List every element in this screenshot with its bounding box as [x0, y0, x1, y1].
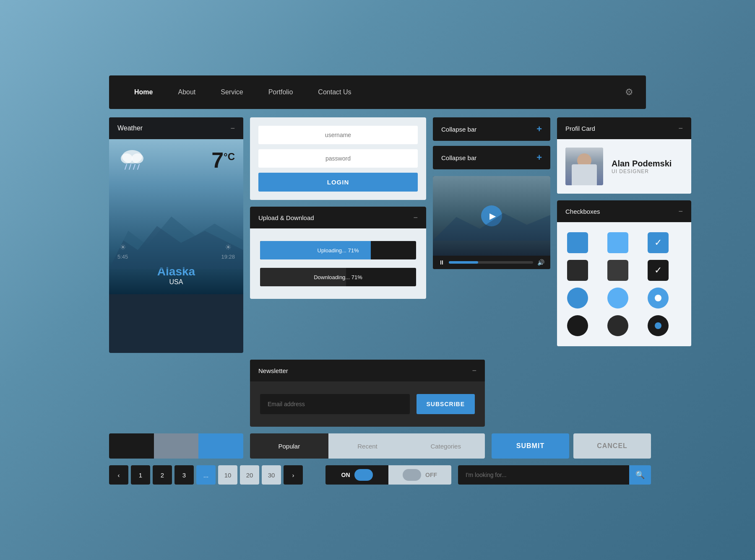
radio-dark-selected[interactable] [648, 315, 669, 336]
download-progress-bar: Downloading... 71% [260, 268, 416, 286]
weather-panel: Weather − [109, 117, 243, 353]
avatar [565, 148, 603, 185]
pagination-page-2[interactable]: 2 [153, 465, 172, 485]
checkboxes-panel: Checkboxes − ✓ ✓ [557, 200, 691, 346]
navbar: Home About Service Portfolio Contact Us … [109, 75, 646, 109]
checkbox-blue-checked[interactable]: ✓ [648, 232, 669, 253]
collapse-bar-1-label: Collapse bar [441, 126, 476, 133]
upload-progress-container: Uploading... 71% [260, 241, 416, 259]
toggle-on-label: ON [341, 472, 350, 478]
video-background: ▶ [433, 176, 550, 256]
pagination-page-3[interactable]: 3 [174, 465, 194, 485]
weather-title: Weather [117, 124, 143, 132]
collapse-bar-1-icon: + [536, 124, 542, 135]
subscribe-button[interactable]: SUBSCRIBE [417, 394, 475, 414]
swatch-gray [154, 433, 199, 459]
radio-blue-empty[interactable] [567, 288, 588, 309]
weather-background: 7°C ☀ 5:45 ☀ 19: [109, 139, 243, 294]
video-pause-icon[interactable]: ⏸ [439, 259, 445, 266]
profil-minus[interactable]: − [678, 124, 683, 133]
toggle-panel: ON OFF [325, 465, 451, 485]
bottom-row-1: Popular Recent Categories SUBMIT CANCEL [109, 433, 646, 459]
checkboxes-minus[interactable]: − [678, 207, 683, 216]
svg-line-5 [129, 164, 131, 169]
volume-icon[interactable]: 🔊 [537, 259, 544, 266]
weather-mountains [109, 212, 243, 269]
checkbox-blue-light[interactable] [607, 232, 628, 253]
tabs-panel: Popular Recent Categories [250, 433, 485, 459]
swatch-blue [198, 433, 243, 459]
nav-about[interactable]: About [165, 75, 208, 109]
avatar-body [572, 164, 597, 185]
cancel-button[interactable]: CANCEL [573, 433, 651, 459]
toggle-thumb-off [403, 469, 421, 481]
password-field[interactable] [258, 149, 418, 168]
pagination-page-10[interactable]: 10 [218, 465, 237, 485]
download-progress-container: Downloading... 71% [260, 268, 416, 286]
checkbox-dark-checked[interactable]: ✓ [648, 260, 669, 281]
action-buttons: SUBMIT CANCEL [492, 433, 651, 459]
checkbox-dark-unchecked[interactable] [567, 260, 588, 281]
pagination-prev[interactable]: ‹ [109, 465, 128, 485]
download-label: Downloading... 71% [314, 274, 362, 280]
color-swatch [109, 433, 243, 459]
svg-line-7 [138, 164, 139, 169]
pagination-next[interactable]: › [284, 465, 303, 485]
video-controls: ⏸ 🔊 [433, 256, 550, 269]
search-button[interactable]: 🔍 [629, 465, 651, 485]
col1: LOGIN Upload & Download − Uploading... 7… [250, 117, 426, 346]
weather-top: 7°C [117, 148, 235, 177]
profil-content: Alan Podemski UI DESIGNER [557, 139, 691, 194]
profil-header: Profil Card − [557, 117, 691, 139]
tab-categories[interactable]: Categories [406, 433, 485, 459]
login-button[interactable]: LOGIN [258, 173, 418, 192]
svg-point-2 [121, 153, 133, 163]
collapse-section: Collapse bar + Collapse bar + [433, 117, 550, 169]
username-field[interactable] [258, 126, 418, 144]
newsletter-title: Newsletter [258, 367, 288, 374]
upload-panel: Upload & Download − Uploading... 71% Dow… [250, 207, 426, 299]
collapse-bar-1[interactable]: Collapse bar + [433, 117, 550, 141]
pagination-page-30[interactable]: 30 [262, 465, 281, 485]
checkbox-blue-unchecked[interactable] [567, 232, 588, 253]
collapse-bar-2[interactable]: Collapse bar + [433, 146, 550, 169]
pagination-page-dots[interactable]: ... [196, 465, 216, 485]
nav-home[interactable]: Home [122, 75, 165, 109]
collapse-bar-2-label: Collapse bar [441, 154, 476, 161]
newsletter-content: SUBSCRIBE [250, 381, 485, 427]
upload-header: Upload & Download − [250, 207, 426, 228]
radio-blue-selected[interactable] [648, 288, 669, 309]
nav-portfolio[interactable]: Portfolio [256, 75, 306, 109]
upload-minus[interactable]: − [413, 213, 418, 222]
checkboxes-title: Checkboxes [565, 208, 600, 215]
profil-role: UI DESIGNER [612, 169, 672, 174]
radio-dark-empty[interactable] [567, 315, 588, 336]
toggle-on[interactable]: ON [325, 465, 388, 485]
checkboxes-content: ✓ ✓ [557, 222, 691, 346]
checkbox-dark-medium[interactable] [607, 260, 628, 281]
nav-service[interactable]: Service [208, 75, 255, 109]
newsletter-minus[interactable]: − [472, 366, 476, 375]
gear-icon[interactable]: ⚙ [625, 87, 633, 98]
nav-contact[interactable]: Contact Us [305, 75, 364, 109]
radio-inner-dot [655, 295, 661, 301]
toggle-off[interactable]: OFF [388, 465, 451, 485]
video-panel: ▶ ⏸ 🔊 [433, 176, 550, 269]
search-input[interactable] [458, 465, 629, 485]
weather-cloud-icon [117, 148, 147, 177]
radio-blue-medium[interactable] [607, 288, 628, 309]
video-progress-bar[interactable] [449, 261, 533, 264]
profil-title: Profil Card [565, 125, 595, 132]
empty-col1 [109, 360, 243, 427]
pagination-page-20[interactable]: 20 [240, 465, 259, 485]
tab-recent[interactable]: Recent [328, 433, 407, 459]
radio-dark-medium[interactable] [607, 315, 628, 336]
weather-temp-value: 7°C [211, 148, 235, 172]
col2: Collapse bar + Collapse bar + ▶ [433, 117, 550, 346]
svg-line-4 [125, 164, 127, 169]
weather-minus[interactable]: − [230, 124, 235, 133]
submit-button[interactable]: SUBMIT [492, 433, 569, 459]
tab-popular[interactable]: Popular [250, 433, 328, 459]
email-field[interactable] [260, 394, 410, 414]
pagination-page-1[interactable]: 1 [131, 465, 150, 485]
